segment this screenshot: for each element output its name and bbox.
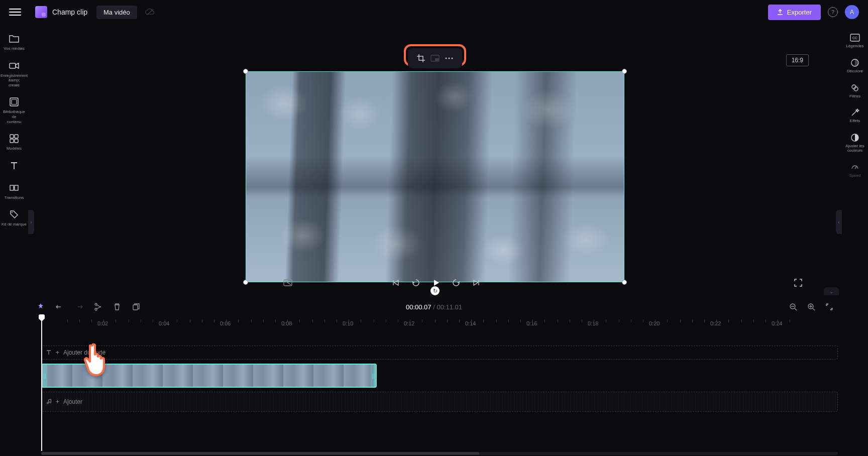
preview-area: 16:9 ↻ (28, 24, 842, 295)
ruler-tick: 0:14 (465, 320, 476, 326)
svg-rect-4 (15, 135, 18, 138)
svg-point-23 (95, 308, 97, 310)
svg-point-14 (452, 58, 453, 59)
ruler-tick: 0:10 (343, 320, 353, 326)
circle-half-icon (850, 58, 860, 68)
hide-preview-button[interactable] (282, 277, 293, 288)
contrast-icon (850, 133, 860, 143)
more-options-button[interactable] (443, 52, 455, 64)
undo-button[interactable] (55, 302, 64, 311)
sidebar-item-templates[interactable]: Modèles (0, 129, 28, 155)
magic-button[interactable] (36, 302, 45, 311)
zoom-in-button[interactable] (807, 302, 816, 311)
sidebar-item-adjust[interactable]: Ajuster les couleurs (842, 129, 868, 157)
ruler-tick: 0:06 (220, 320, 231, 326)
svg-rect-5 (10, 139, 14, 143)
export-button[interactable]: Exporter (768, 5, 821, 20)
app-header: Champ clip Ma vidéo Exporter ? A (0, 0, 868, 24)
svg-text:CC: CC (852, 36, 857, 40)
svg-rect-11 (435, 58, 439, 61)
svg-rect-2 (12, 99, 17, 104)
hamburger-menu-button[interactable] (9, 6, 21, 18)
app-logo-icon (35, 6, 47, 18)
tag-icon (9, 209, 20, 220)
help-button[interactable]: ? (828, 7, 838, 17)
svg-rect-8 (15, 185, 18, 190)
collapse-timeline-button[interactable]: ⌄ (824, 287, 839, 295)
sidebar-item-speed[interactable]: Speed (842, 159, 868, 182)
rewind-button[interactable] (410, 277, 421, 288)
play-button[interactable] (430, 277, 442, 288)
sidebar-item-text[interactable] (0, 156, 28, 177)
camera-icon (9, 60, 20, 71)
timeline-ruler[interactable]: 0:020:040:060:080:100:120:140:160:180:20… (37, 318, 838, 330)
skip-forward-button[interactable] (471, 277, 482, 288)
video-clip[interactable]: || || (41, 364, 377, 388)
svg-rect-7 (10, 185, 14, 190)
aspect-ratio-badge[interactable]: 16:9 (786, 54, 809, 66)
text-icon (9, 160, 20, 171)
text-track[interactable]: + Ajouter du texte (41, 346, 838, 360)
ruler-tick: 0:04 (159, 320, 169, 326)
skip-back-button[interactable] (390, 277, 401, 288)
project-name-field[interactable]: Ma vidéo (96, 6, 137, 19)
preview-canvas[interactable] (246, 71, 624, 282)
pip-button[interactable] (429, 52, 441, 64)
folder-icon (9, 33, 20, 44)
library-icon (9, 96, 20, 107)
main-area: Vos médias Enregistrement &amp; create B… (0, 24, 868, 295)
svg-rect-0 (10, 63, 16, 68)
timecode-display: 00:00.07 / 00:11.01 (406, 303, 462, 311)
timeline-toolbar: 00:00.07 / 00:11.01 (0, 295, 868, 318)
sidebar-item-transitions[interactable]: Transitions (0, 178, 28, 204)
forward-button[interactable] (451, 277, 462, 288)
sidebar-item-effects[interactable]: Effets (842, 104, 868, 127)
ruler-tick: 0:16 (526, 320, 537, 326)
ruler-tick: 0:02 (97, 320, 108, 326)
filters-icon (850, 83, 860, 93)
playhead[interactable] (41, 318, 42, 451)
svg-rect-24 (133, 305, 138, 310)
zoom-out-button[interactable] (789, 302, 798, 311)
sidebar-item-media[interactable]: Vos médias (0, 29, 28, 55)
clip-trim-right[interactable]: || (371, 365, 376, 387)
sidebar-item-brandkit[interactable]: Kit de marque (0, 205, 28, 231)
left-sidebar: Vos médias Enregistrement &amp; create B… (0, 24, 28, 295)
grid-icon (9, 133, 20, 144)
text-track-label: Ajouter du texte (63, 349, 105, 356)
svg-point-9 (12, 212, 13, 213)
sidebar-item-captions[interactable]: CC Légendes (842, 29, 868, 52)
sidebar-item-record[interactable]: Enregistrement &amp; create (0, 56, 28, 92)
resize-handle-tl[interactable] (243, 69, 248, 74)
clip-trim-left[interactable]: || (42, 365, 47, 387)
captions-icon: CC (850, 33, 860, 43)
timeline-scrollbar[interactable] (41, 452, 838, 455)
sidebar-item-fade[interactable]: Décoloré (842, 54, 868, 77)
split-button[interactable] (93, 302, 102, 311)
duplicate-button[interactable] (132, 302, 141, 311)
sidebar-item-filters[interactable]: Filtres (842, 79, 868, 102)
app-title: Champ clip (52, 8, 87, 16)
preview-canvas-container[interactable]: ↻ (246, 71, 624, 282)
svg-rect-6 (15, 139, 18, 143)
audio-track[interactable]: + Ajouter (41, 392, 838, 412)
svg-rect-3 (10, 135, 14, 138)
ruler-tick: 0:08 (281, 320, 292, 326)
fullscreen-button[interactable] (793, 277, 804, 288)
resize-handle-tr[interactable] (622, 69, 627, 74)
plus-icon: + (56, 349, 59, 356)
svg-point-22 (95, 303, 97, 305)
redo-button[interactable] (74, 302, 83, 311)
crop-button[interactable] (415, 52, 427, 64)
sidebar-item-library[interactable]: Bibliothèque de contenu (0, 92, 28, 128)
fit-timeline-button[interactable] (825, 302, 834, 311)
ruler-tick: 0:20 (649, 320, 660, 326)
text-icon (46, 350, 52, 356)
transitions-icon (9, 182, 20, 193)
ruler-tick: 0:24 (772, 320, 782, 326)
delete-button[interactable] (113, 302, 122, 311)
right-panel-expand-handle[interactable]: ‹ (836, 210, 842, 234)
user-avatar[interactable]: A (845, 5, 859, 19)
playback-controls (56, 270, 816, 295)
clip-floating-toolbar (408, 48, 462, 68)
